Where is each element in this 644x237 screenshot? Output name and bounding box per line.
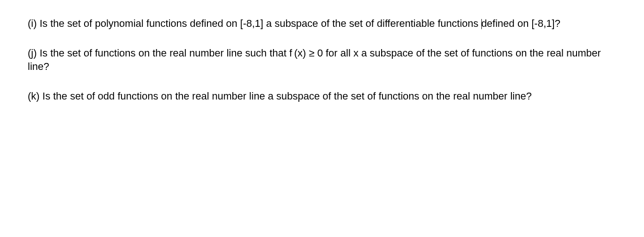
question-k: (k) Is the set of odd functions on the r…: [28, 89, 616, 103]
question-j-text: (j) Is the set of functions on the real …: [28, 47, 601, 73]
question-i: (i) Is the set of polynomial functions d…: [28, 17, 616, 31]
question-i-text-part1: (i) Is the set of polynomial functions d…: [28, 18, 481, 29]
question-j: (j) Is the set of functions on the real …: [28, 46, 616, 74]
question-i-text-part2: defined on [-8,1]?: [481, 18, 560, 29]
question-k-text: (k) Is the set of odd functions on the r…: [28, 90, 532, 102]
